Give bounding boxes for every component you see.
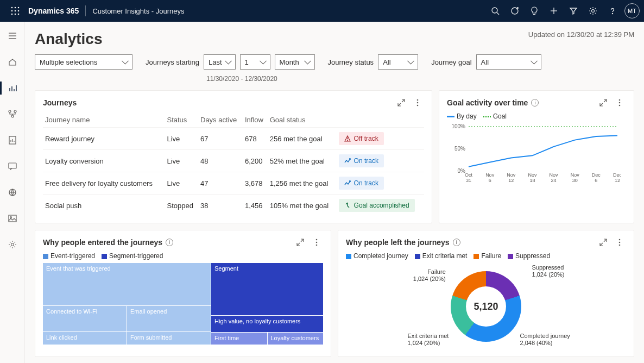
svg-line-10 — [497, 12, 499, 15]
more-button[interactable] — [411, 96, 424, 109]
user-avatar[interactable]: MT — [624, 3, 640, 18]
rail-reports[interactable] — [4, 132, 21, 149]
left-rail — [0, 22, 25, 363]
cell-inflow: 678 — [243, 128, 268, 150]
goal-badge: On track — [339, 154, 384, 167]
dl-sup-v: 1,024 (20%) — [532, 271, 565, 278]
filter-button[interactable] — [564, 0, 583, 22]
hamburger-icon — [8, 32, 17, 40]
target-button[interactable] — [505, 0, 525, 22]
expand-icon — [397, 99, 405, 107]
cell-status: Live — [165, 150, 198, 172]
status-select[interactable]: All — [378, 54, 418, 70]
starting-relative-select[interactable]: Last — [204, 54, 236, 70]
expand-button[interactable] — [597, 236, 610, 249]
entered-card: Why people entered the journeys i Event-… — [35, 230, 331, 357]
cell-goal: 1,256 met the goal — [268, 172, 337, 195]
target-icon — [510, 7, 519, 15]
expand-button[interactable] — [597, 96, 610, 109]
search-button[interactable] — [485, 0, 505, 22]
rail-journeys[interactable] — [4, 105, 21, 123]
funnel-icon — [569, 7, 578, 15]
svg-text:31: 31 — [466, 178, 471, 183]
top-nav: Dynamics 365 Customer Insights - Journey… — [0, 0, 644, 22]
goal-activity-chart: 0%50%100%Oct31Nov6Nov12Nov18Nov24Nov30De… — [447, 123, 621, 183]
col-goal: Goal status — [268, 112, 337, 128]
status-label: Journey status — [328, 58, 374, 66]
cell-status: Stopped — [165, 195, 198, 217]
cell-goal: 52% met the goal — [268, 150, 337, 172]
starting-unit-select[interactable]: Month — [275, 54, 315, 70]
svg-text:30: 30 — [572, 178, 578, 183]
svg-rect-34 — [9, 215, 16, 222]
page-title: Analytics — [35, 30, 103, 48]
gear-icon — [589, 7, 597, 15]
more-button[interactable] — [613, 96, 626, 109]
entered-title: Why people entered the journeys — [43, 238, 162, 247]
svg-point-69 — [619, 242, 621, 243]
table-row[interactable]: Loyalty conversion Live 48 6,200 52% met… — [43, 150, 424, 172]
donut-total: 5,120 — [473, 301, 498, 312]
svg-point-26 — [14, 110, 16, 112]
cell-days: 38 — [198, 195, 243, 217]
idea-button[interactable] — [525, 0, 544, 22]
cell-name: Free delivery for loyalty customers — [43, 172, 165, 195]
cell-name: Social push — [43, 195, 165, 217]
left-title: Why people left the journeys — [346, 238, 450, 247]
table-row[interactable]: Free delivery for loyalty customers Live… — [43, 172, 424, 195]
tm-wifi: Connected to Wi-Fi — [43, 306, 127, 331]
table-row[interactable]: Social push Stopped 38 1,456 105% met th… — [43, 195, 424, 217]
tm-link: Link clicked — [43, 332, 127, 345]
entered-treemap: Event that was triggered Connected to Wi… — [43, 263, 323, 345]
goal-select[interactable]: All — [476, 54, 541, 70]
globe-icon — [8, 188, 17, 197]
svg-text:Nov: Nov — [528, 172, 537, 178]
svg-text:6: 6 — [595, 178, 597, 183]
svg-point-9 — [492, 8, 497, 13]
cell-inflow: 1,456 — [243, 195, 268, 217]
rail-home[interactable] — [4, 53, 21, 71]
starting-number-select[interactable]: 1 — [240, 54, 270, 70]
journeys-title: Journeys — [43, 98, 77, 107]
dl-exit: Exit criteria met — [408, 333, 449, 339]
journey-multiselect[interactable]: Multiple selections — [35, 54, 132, 70]
dl-failure-v: 1,024 (20%) — [413, 276, 446, 282]
app-launcher[interactable] — [4, 0, 26, 22]
legend-goal: Goal — [493, 112, 507, 120]
dl-comp: Completed journey — [520, 333, 570, 339]
tm-form: Form submitted — [127, 332, 211, 345]
divider — [85, 5, 86, 16]
plus-icon — [550, 7, 558, 15]
help-button[interactable] — [603, 0, 622, 22]
rail-globe[interactable] — [4, 184, 21, 201]
info-icon[interactable]: i — [531, 99, 539, 107]
settings-button[interactable] — [583, 0, 603, 22]
svg-text:Dec: Dec — [592, 172, 601, 178]
table-row[interactable]: Reward journey Live 67 678 256 met the g… — [43, 128, 424, 150]
info-icon[interactable]: i — [166, 239, 173, 246]
rail-menu[interactable] — [4, 27, 21, 45]
goal-badge: Goal accomplished — [339, 199, 415, 212]
starting-label: Journeys starting — [146, 58, 199, 66]
svg-text:Nov: Nov — [571, 172, 580, 178]
goal-activity-title: Goal activity over time — [447, 98, 528, 107]
dl-exit-v: 1,024 (20%) — [408, 340, 440, 346]
expand-button[interactable] — [294, 236, 307, 249]
svg-point-43 — [619, 102, 621, 104]
expand-button[interactable] — [395, 96, 408, 109]
rail-assets[interactable] — [4, 210, 21, 227]
dl-comp-v: 2,048 (40%) — [520, 340, 552, 346]
add-button[interactable] — [544, 0, 564, 22]
rail-analytics[interactable] — [4, 79, 21, 97]
goal-label: Journey goal — [431, 58, 471, 66]
svg-point-6 — [11, 14, 13, 15]
svg-point-17 — [612, 13, 613, 14]
svg-point-37 — [417, 99, 419, 101]
rail-settings[interactable] — [4, 236, 21, 253]
more-button[interactable] — [310, 236, 323, 249]
info-icon[interactable]: i — [453, 239, 460, 246]
analytics-icon — [8, 84, 17, 92]
more-button[interactable] — [613, 236, 626, 249]
rail-messages[interactable] — [4, 158, 21, 175]
image-icon — [8, 215, 17, 222]
